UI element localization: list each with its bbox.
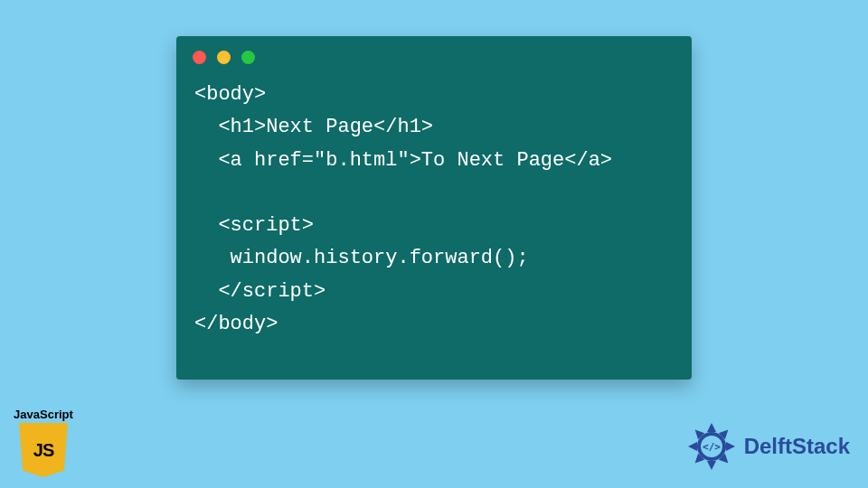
code-window: <body> <h1>Next Page</h1> <a href="b.htm… (176, 36, 692, 380)
minimize-icon (217, 51, 231, 64)
svg-marker-2 (726, 442, 735, 451)
close-icon (193, 51, 206, 64)
svg-marker-6 (688, 442, 697, 451)
javascript-shield-text: JS (33, 440, 53, 461)
javascript-badge: JavaScript JS (7, 408, 80, 477)
maximize-icon (241, 51, 255, 64)
javascript-label: JavaScript (7, 408, 80, 421)
window-traffic-lights (176, 36, 692, 73)
svg-marker-0 (707, 423, 716, 432)
delftstack-emblem-icon: </> (686, 421, 737, 472)
javascript-shield-icon: JS (19, 423, 68, 477)
svg-marker-4 (707, 461, 716, 470)
code-block: <body> <h1>Next Page</h1> <a href="b.htm… (176, 73, 692, 359)
svg-text:</>: </> (703, 441, 721, 453)
delftstack-logo: </> DelftStack (686, 421, 850, 472)
delftstack-brand-text: DelftStack (744, 434, 850, 459)
